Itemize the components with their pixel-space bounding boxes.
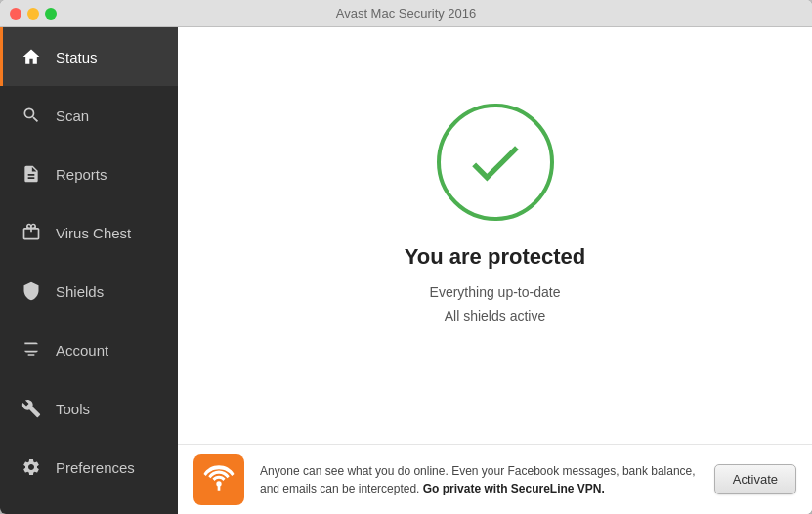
search-icon [21,105,42,126]
sidebar-item-preferences[interactable]: Preferences [0,438,178,496]
gear-icon [21,456,42,478]
home-icon [21,46,42,67]
sidebar-item-shields[interactable]: Shields [0,262,178,321]
vpn-icon-box [193,454,244,505]
main-content: You are protected Everything up-to-date … [178,27,812,514]
sidebar-item-virus-chest[interactable]: Virus Chest [0,203,178,262]
sidebar-item-tools[interactable]: Tools [0,379,178,438]
activate-button[interactable]: Activate [714,464,796,494]
vpn-wifi-lock-icon [203,464,235,495]
status-subtitle: Everything up-to-date All shields active [430,281,561,328]
wrench-icon [21,398,42,419]
sidebar: Status Scan Reports Vir [0,27,178,514]
sidebar-item-status[interactable]: Status [0,27,178,86]
shield-icon [21,280,42,302]
protection-status-icon [437,104,554,221]
status-area: You are protected Everything up-to-date … [178,27,812,444]
titlebar: Avast Mac Security 2016 [0,0,812,27]
close-button[interactable] [10,8,21,20]
app-body: Status Scan Reports Vir [0,27,812,514]
vpn-text: Anyone can see what you do online. Even … [260,462,699,497]
monitor-icon [21,339,42,361]
box-icon [21,222,42,243]
sidebar-item-reports[interactable]: Reports [0,145,178,203]
minimize-button[interactable] [27,8,39,20]
maximize-button[interactable] [45,8,57,20]
sidebar-item-account[interactable]: Account [0,321,178,379]
checkmark-icon [463,131,527,194]
app-window: Avast Mac Security 2016 Status Scan [0,0,812,514]
status-title: You are protected [405,244,585,270]
window-title: Avast Mac Security 2016 [336,6,477,21]
vpn-banner: Anyone can see what you do online. Even … [178,444,812,514]
document-icon [21,163,42,185]
sidebar-item-scan[interactable]: Scan [0,86,178,145]
traffic-lights [10,8,57,20]
